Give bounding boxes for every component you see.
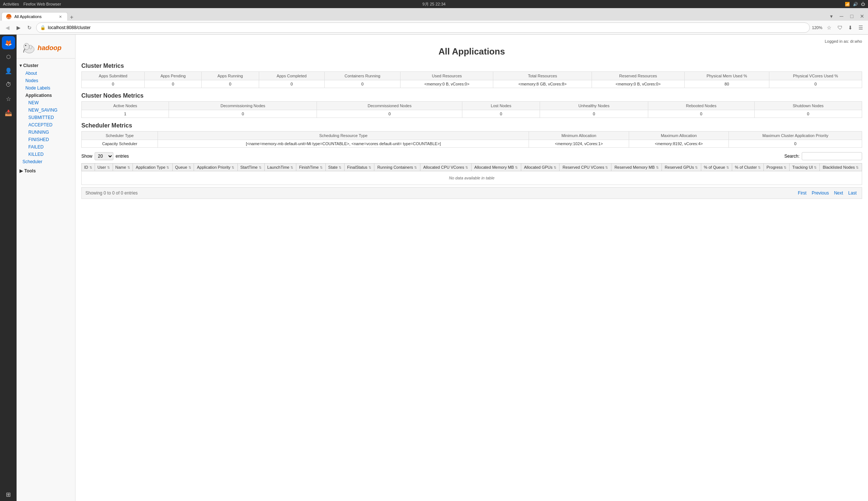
scheduler-metrics-section: Scheduler Metrics Scheduler Type Schedul…	[81, 122, 862, 148]
col-tracking-ui[interactable]: Tracking UI ⇅	[790, 164, 820, 171]
sort-arrows-state: ⇅	[339, 166, 342, 169]
tab-close-button[interactable]: ✕	[58, 14, 63, 19]
sidebar-item-new[interactable]: NEW	[22, 99, 75, 106]
table-body: No data available in table	[82, 171, 862, 185]
col-application-priority[interactable]: Application Priority ⇅	[194, 164, 237, 171]
sidebar-item-submitted[interactable]: SUBMITTED	[22, 114, 75, 121]
activities-label[interactable]: Activities	[3, 2, 19, 6]
sidebar-item-killed[interactable]: KILLED	[22, 151, 75, 158]
sidebar-item-about[interactable]: About	[22, 70, 75, 77]
minimize-button[interactable]: ─	[837, 12, 846, 21]
url-input[interactable]	[48, 25, 806, 30]
sidebar-item-finished[interactable]: FINISHED	[22, 136, 75, 143]
reload-button[interactable]: ↻	[25, 23, 34, 32]
sidebar-item-running[interactable]: RUNNING	[22, 129, 75, 136]
shield-button[interactable]: 🛡	[836, 23, 844, 32]
col-queue[interactable]: Queue ⇅	[172, 164, 194, 171]
col-reserved-gpu[interactable]: Reserved GPUs ⇅	[662, 164, 701, 171]
active-tab[interactable]: 🦊 All Applications ✕	[1, 12, 68, 21]
firefox-extensions-icon[interactable]: ⬡	[2, 50, 15, 63]
sort-arrows-user: ⇅	[107, 166, 110, 169]
sidebar-item-node-labels[interactable]: Node Labels	[22, 84, 75, 92]
col-progress[interactable]: Progress ⇅	[764, 164, 790, 171]
col-application-type[interactable]: Application Type ⇅	[133, 164, 172, 171]
app-state-links: NEW NEW_SAVING SUBMITTED ACCEPTED RUNNIN…	[20, 99, 75, 158]
val-apps-submitted: 0	[82, 80, 145, 88]
col-final-status[interactable]: FinalStatus ⇅	[345, 164, 374, 171]
col-id[interactable]: ID ⇅	[82, 164, 95, 171]
show-label: Show	[81, 154, 92, 159]
tools-toggle[interactable]: ▶ Tools	[17, 167, 75, 175]
tools-arrow-icon: ▶	[20, 168, 23, 174]
page-content: hadoop ▾ Cluster About Nodes Node Labels…	[17, 35, 868, 501]
sidebar-item-scheduler[interactable]: Scheduler	[17, 158, 75, 165]
col-user[interactable]: User ⇅	[95, 164, 113, 171]
col-reserved-mem[interactable]: Reserved Memory MB ⇅	[611, 164, 662, 171]
next-page-button[interactable]: Next	[833, 190, 845, 196]
col-alloc-cpu[interactable]: Allocated CPU VCores ⇅	[420, 164, 471, 171]
close-button[interactable]: ✕	[858, 12, 867, 21]
col-state[interactable]: State ⇅	[325, 164, 344, 171]
col-name[interactable]: Name ⇅	[113, 164, 133, 171]
col-alloc-mem[interactable]: Allocated Memory MB ⇅	[471, 164, 521, 171]
sidebar-cluster-section: ▾ Cluster About Nodes Node Labels Applic…	[17, 62, 75, 165]
first-page-button[interactable]: First	[797, 190, 808, 196]
last-page-button[interactable]: Last	[847, 190, 858, 196]
firefox-home-icon[interactable]: 🦊	[2, 36, 15, 49]
secure-icon: 🔒	[40, 25, 46, 30]
sidebar-item-nodes[interactable]: Nodes	[22, 77, 75, 84]
col-finish-time[interactable]: FinishTime ⇅	[296, 164, 326, 171]
sort-arrows-queue: ⇅	[188, 166, 191, 169]
col-reserved-resources: Reserved Resources	[592, 72, 684, 80]
sidebar-item-new-saving[interactable]: NEW_SAVING	[22, 106, 75, 114]
col-scheduler-type: Scheduler Type	[82, 132, 158, 140]
download-button[interactable]: ⬇	[846, 23, 855, 32]
app-name-label: Firefox Web Browser	[23, 2, 61, 6]
sidebar-item-failed[interactable]: FAILED	[22, 143, 75, 151]
col-active-nodes: Active Nodes	[82, 102, 169, 110]
page-title: All Applications	[81, 46, 862, 57]
scheduler-metrics-title: Scheduler Metrics	[81, 122, 862, 129]
sidebar-item-accepted[interactable]: ACCEPTED	[22, 121, 75, 129]
col-blacklisted-nodes[interactable]: Blacklisted Nodes ⇅	[820, 164, 862, 171]
maximize-button[interactable]: □	[847, 12, 856, 21]
tools-label: Tools	[24, 168, 36, 174]
os-datetime: 9月 25 22:34	[423, 1, 446, 7]
previous-page-button[interactable]: Previous	[810, 190, 830, 196]
firefox-settings-icon[interactable]: 👤	[2, 64, 15, 77]
col-min-allocation: Minimum Allocation	[529, 132, 629, 140]
firefox-grid-icon[interactable]: ⊞	[2, 488, 15, 501]
sort-arrows-priority: ⇅	[232, 166, 234, 169]
sort-arrows-alloc-cpu: ⇅	[465, 166, 468, 169]
applications-table: ID ⇅ User ⇅ Name ⇅ Application Type ⇅ Qu…	[81, 163, 862, 185]
forward-button[interactable]: ▶	[14, 23, 23, 32]
col-reserved-cpu[interactable]: Reserved CPU VCores ⇅	[560, 164, 611, 171]
col-apps-running: Apps Running	[201, 72, 259, 80]
col-scheduling-resource-type: Scheduling Resource Type	[158, 132, 529, 140]
firefox-history-icon[interactable]: ⏱	[2, 78, 15, 91]
search-input[interactable]	[802, 152, 862, 160]
col-apps-pending: Apps Pending	[145, 72, 202, 80]
bookmark-star-button[interactable]: ☆	[825, 23, 833, 32]
col-alloc-gpu[interactable]: Allocated GPUs ⇅	[521, 164, 560, 171]
entries-select[interactable]: 20 50 100	[95, 152, 113, 160]
val-phys-vcores: 0	[769, 80, 862, 88]
cluster-nodes-row: 1 0 0 0 0 0 0	[82, 110, 862, 118]
tabs-overflow-button[interactable]: ▾	[827, 12, 836, 21]
back-button[interactable]: ◀	[3, 23, 12, 32]
svg-point-3	[25, 45, 26, 46]
val-max-allocation: <memory:8192, vCores:4>	[629, 140, 729, 148]
new-tab-button[interactable]: +	[68, 14, 75, 21]
val-apps-completed: 0	[259, 80, 324, 88]
menu-button[interactable]: ☰	[856, 23, 865, 32]
col-running-containers[interactable]: Running Containers ⇅	[374, 164, 420, 171]
cluster-toggle[interactable]: ▾ Cluster	[17, 62, 75, 70]
col-launch-time[interactable]: LaunchTime ⇅	[264, 164, 296, 171]
val-scheduler-type: Capacity Scheduler	[82, 140, 158, 148]
showing-entries: Showing 0 to 0 of 0 entries	[85, 190, 138, 196]
col-start-time[interactable]: StartTime ⇅	[237, 164, 264, 171]
firefox-bookmarks-icon[interactable]: ☆	[2, 92, 15, 105]
col-pct-queue[interactable]: % of Queue ⇅	[701, 164, 732, 171]
firefox-downloads-icon[interactable]: 📥	[2, 106, 15, 119]
col-pct-cluster[interactable]: % of Cluster ⇅	[732, 164, 764, 171]
